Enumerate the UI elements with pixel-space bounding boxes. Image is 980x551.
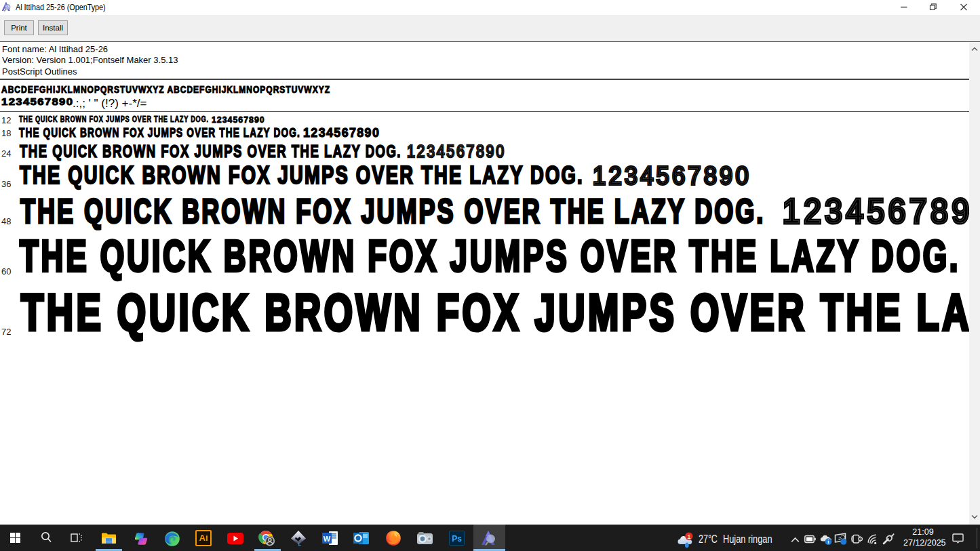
svg-text:1: 1 xyxy=(687,533,690,540)
svg-text:2: 2 xyxy=(838,535,841,542)
svg-text:W: W xyxy=(324,535,331,543)
